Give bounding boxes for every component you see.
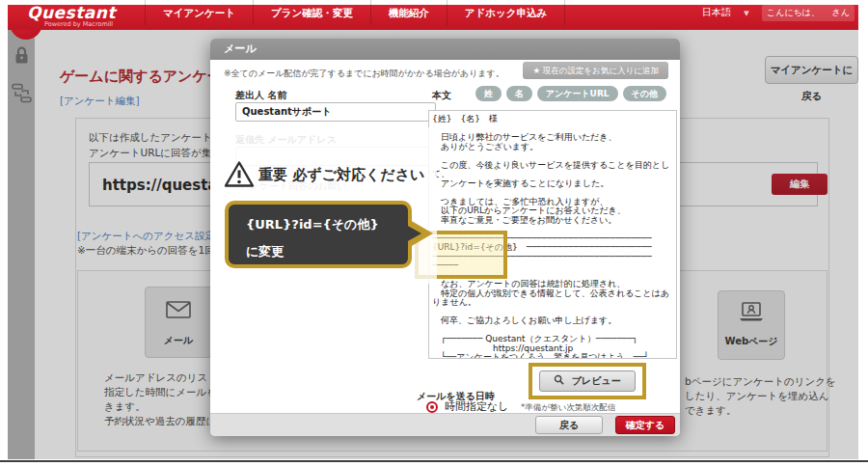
back-button[interactable]: 戻る: [535, 416, 603, 434]
body-label: 本文: [432, 89, 451, 102]
page-bottom-border: [0, 460, 868, 462]
greeting-prefix: こんにちは、: [767, 5, 820, 21]
brand-tagline: Powered by Macromill: [44, 20, 113, 28]
warning-icon: [224, 160, 255, 188]
star-icon: ★: [532, 66, 540, 75]
main-nav: マイアンケート プラン確認・変更 機能紹介 アドホック申込み: [145, 0, 565, 25]
annotation-title: 重要 必ずご対応ください: [258, 166, 424, 184]
annotation-bubble: {URL}?id={その他} に変更: [225, 201, 412, 268]
annotation-url-text: {URL}?id={その他}: [246, 216, 379, 233]
modal-footer: [210, 413, 680, 436]
sender-name-input[interactable]: [235, 102, 436, 122]
delivery-note: ※全てのメール配信が完了するまでにお時間がかかる場合があります。: [224, 68, 504, 80]
tag-survey-url[interactable]: アンケートURL: [537, 86, 618, 101]
insert-tag-row: 姓 名 アンケートURL その他: [471, 86, 666, 101]
caret-down-icon: ▼: [744, 10, 748, 17]
no-time-radio[interactable]: [426, 401, 438, 413]
greeting-suffix: さん: [832, 5, 850, 21]
callout-arrow-inner: [406, 225, 421, 242]
sender-name-label: 差出人 名前: [235, 89, 286, 102]
language-dropdown[interactable]: 日本語 ▼: [702, 0, 749, 25]
modal-title: メール: [210, 39, 680, 60]
language-label: 日本語: [702, 7, 731, 17]
nav-adhoc[interactable]: アドホック申込み: [447, 0, 565, 25]
tag-other[interactable]: その他: [623, 86, 666, 101]
nav-plan[interactable]: プラン確認・変更: [253, 0, 370, 25]
no-time-radio-label: 時間指定なし: [445, 399, 509, 414]
radio-selected-dot: [430, 405, 434, 409]
preview-highlight-frame: プレビュー: [529, 363, 646, 399]
tag-last-name[interactable]: 姓: [475, 86, 502, 101]
preview-button-label: プレビュー: [572, 375, 621, 386]
add-to-favorites-label: 現在の設定をお気に入りに追加: [543, 66, 659, 75]
search-icon: [554, 374, 564, 385]
app-window: マイアンケートに戻る ゲームに関するアンケー [アンケート編集] 以下は作成した…: [0, 0, 868, 466]
tag-first-name[interactable]: 名: [506, 86, 532, 101]
nav-my-surveys[interactable]: マイアンケート: [145, 0, 253, 25]
confirm-button[interactable]: 確定する: [615, 416, 675, 434]
preview-button[interactable]: プレビュー: [539, 370, 636, 392]
nav-features[interactable]: 機能紹介: [370, 0, 447, 25]
user-greeting: こんにちは、 さん: [762, 5, 854, 21]
add-to-favorites-button[interactable]: ★ 現在の設定をお気に入りに追加: [523, 62, 668, 79]
brand-logo[interactable]: Questant: [27, 3, 116, 22]
annotation-change-text: に変更: [246, 243, 284, 260]
